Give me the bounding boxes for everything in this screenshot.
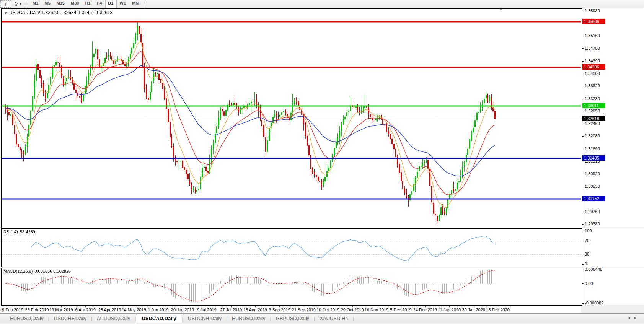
current-price-label: 1.32618 (582, 116, 605, 121)
style-dropdown-button[interactable]: ▾ (12, 1, 23, 7)
price-axis[interactable]: 1.359301.351601.347801.343901.340001.336… (582, 8, 644, 227)
chart-shift-marker[interactable]: ▼ (499, 8, 503, 12)
date-label: 25 Apr 2019 (98, 308, 121, 312)
timeframe-button-h4[interactable]: H4 (93, 0, 105, 8)
price-tick-label: 1.32080 (582, 134, 600, 138)
timeframe-button-m1[interactable]: M1 (29, 0, 41, 8)
tab-strip: EURUSD,Daily|USDCHF,Daily|AUDUSD,Daily|U… (5, 314, 354, 323)
tick-mark (582, 270, 584, 270)
rsi-tick-label: 70 (582, 238, 589, 243)
price-tick-label: 1.34780 (582, 46, 600, 51)
macd-canvas[interactable] (2, 268, 581, 304)
text-tool-icon: T (5, 2, 7, 7)
tab-audusd-daily[interactable]: AUDUSD,Daily (92, 314, 135, 322)
level-price-label: 1.30152 (582, 196, 605, 201)
macd-axis[interactable]: 0.0064480.00-0.008982 (582, 268, 644, 305)
tick-mark (582, 48, 584, 49)
level-price-label: 1.34206 (582, 64, 605, 70)
tab-eurusd-daily[interactable]: EURUSD,Daily (5, 314, 48, 322)
rsi-tick-label: 100 (582, 228, 592, 233)
date-tick (158, 306, 158, 307)
macd-tick-label: -0.008982 (582, 301, 604, 306)
price-tick-label: 1.33230 (582, 96, 600, 101)
tab-separator: | (353, 316, 354, 321)
text-tool-button[interactable]: T (0, 0, 11, 8)
tab-usdcnh-daily[interactable]: USDCNH,Daily (183, 314, 226, 322)
date-tick (134, 306, 134, 307)
tick-mark (582, 161, 584, 161)
tick-mark (582, 149, 584, 149)
date-label: 11 Jan 2020 (438, 308, 461, 312)
date-label: 9 Feb 2019 (2, 308, 23, 312)
date-label: 21 Sep 2019 (292, 308, 316, 312)
rsi-canvas[interactable] (2, 229, 581, 266)
date-label: 16 Nov 2019 (365, 308, 388, 312)
timeframe-button-d1[interactable]: D1 (105, 0, 117, 8)
toolbar-separator (144, 2, 145, 7)
date-tick (498, 306, 498, 307)
date-tick (231, 306, 232, 307)
mt4-window: T ▾ M1M5M15M30H1H4D1W1MN ▼USDCAD,Daily1.… (0, 0, 644, 324)
tick-mark (582, 212, 584, 212)
tab-usdcad-daily[interactable]: USDCAD,Daily (136, 314, 182, 323)
date-label: 6 Apr 2019 (75, 308, 96, 312)
timeframe-button-m30[interactable]: M30 (68, 0, 82, 8)
chart-symbol: USDCAD,Daily (9, 10, 40, 15)
tick-mark (582, 124, 584, 124)
rsi-axis[interactable]: 10070300 (582, 228, 644, 267)
tick-mark (582, 174, 584, 174)
tab-xauusd-h4[interactable]: XAUUSD,H4 (315, 314, 352, 322)
date-tick (13, 306, 13, 307)
level-price-label: 1.31405 (582, 155, 605, 161)
tab-usdchf-daily[interactable]: USDCHF,Daily (49, 314, 91, 322)
date-label: 14 May 2019 (122, 308, 146, 312)
timeframe-button-mn[interactable]: MN (129, 0, 142, 8)
date-label: 29 Oct 2019 (341, 308, 364, 312)
level-price-label: 1.33011 (582, 103, 605, 108)
date-tick (352, 306, 353, 307)
tick-mark (582, 283, 584, 284)
tab-eurusd-daily[interactable]: EURUSD,Daily (227, 314, 270, 322)
date-tick (328, 306, 328, 307)
date-tick (377, 306, 377, 307)
date-label: 3 Sep 2019 (269, 308, 290, 312)
date-label: 9 Jul 2019 (197, 308, 217, 312)
date-tick (61, 306, 62, 307)
arrows-style-icon (13, 1, 19, 7)
timeframe-button-m5[interactable]: M5 (41, 0, 53, 8)
timeframe-button-m15[interactable]: M15 (54, 0, 68, 8)
tab-gbpusd-daily[interactable]: GBPUSD,Daily (271, 314, 314, 322)
price-tick-label: 1.32460 (582, 121, 600, 126)
tick-mark (582, 111, 584, 111)
rsi-label: RSI(14)58.4259 (3, 230, 37, 234)
price-tick-label: 1.34390 (582, 59, 600, 63)
price-tick-label: 1.35160 (582, 33, 600, 38)
timeframe-button-w1[interactable]: W1 (117, 0, 129, 8)
rsi-tick-label: 30 (582, 252, 589, 257)
timeframe-button-h1[interactable]: H1 (82, 0, 93, 8)
tick-mark (582, 86, 584, 86)
macd-name: MACD(12,26,9) (3, 269, 33, 274)
date-tick (207, 306, 207, 307)
tab-scroll-left-icon[interactable]: ◄ (627, 316, 634, 320)
tick-mark (582, 11, 584, 11)
macd-values: 0.001656 0.002826 (34, 269, 71, 274)
chart-menu-icon[interactable]: ▼ (4, 11, 7, 15)
ohlc-high: 1.32634 (60, 10, 76, 15)
toolbar-separator (26, 2, 27, 7)
tick-mark (582, 74, 584, 74)
tab-scroll-right-icon[interactable]: ► (634, 316, 640, 320)
macd-tick-label: 0.006448 (582, 267, 602, 272)
macd-panel: MACD(12,26,9)0.001656 0.002826 (1, 268, 582, 306)
date-axis[interactable]: 9 Feb 201928 Feb 201919 Mar 20196 Apr 20… (1, 306, 581, 313)
tick-mark (582, 241, 584, 241)
date-label: 15 Aug 2019 (243, 308, 267, 312)
date-label: 27 Jul 2019 (220, 308, 242, 312)
main-chart-canvas[interactable] (2, 9, 581, 227)
tick-mark (582, 36, 584, 36)
date-tick (183, 306, 183, 307)
chart-window: ▼USDCAD,Daily1.325401.326341.324511.3261… (0, 8, 644, 324)
timeframe-button-group: M1M5M15M30H1H4D1W1MN (29, 0, 142, 8)
tick-mark (582, 99, 584, 99)
price-tick-label: 1.33620 (582, 83, 600, 88)
